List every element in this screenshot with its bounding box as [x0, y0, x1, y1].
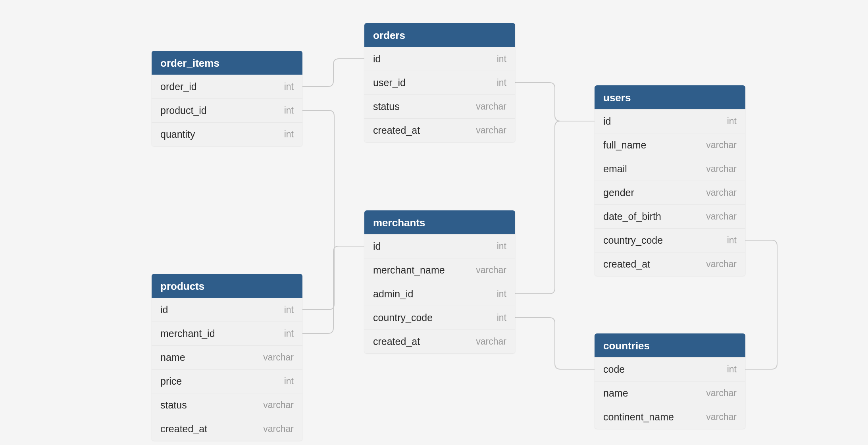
table-row[interactable]: statusvarchar [152, 393, 302, 417]
column-name: price [160, 376, 182, 387]
table-row[interactable]: country_codeint [364, 306, 515, 329]
column-type: varchar [476, 336, 506, 347]
table-row[interactable]: namevarchar [152, 345, 302, 369]
column-name: id [160, 304, 168, 316]
column-type: int [497, 77, 506, 88]
column-name: quantity [160, 129, 195, 140]
table-row[interactable]: full_namevarchar [595, 133, 745, 157]
column-name: id [373, 241, 381, 252]
column-type: varchar [706, 412, 737, 422]
table-row[interactable]: user_idint [364, 71, 515, 94]
column-name: created_at [373, 125, 420, 136]
table-header[interactable]: merchants [364, 210, 515, 234]
column-name: code [603, 364, 625, 375]
table-products[interactable]: productsidintmerchant_idintnamevarcharpr… [152, 274, 302, 441]
column-type: int [497, 241, 506, 252]
column-name: created_at [603, 258, 650, 270]
column-name: date_of_birth [603, 211, 661, 222]
table-row[interactable]: order_idint [152, 75, 302, 98]
column-type: int [284, 376, 294, 387]
column-name: id [603, 116, 611, 127]
table-header[interactable]: products [152, 274, 302, 298]
table-row[interactable]: codeint [595, 357, 745, 381]
column-name: name [160, 352, 185, 363]
table-order_items[interactable]: order_itemsorder_idintproduct_idintquant… [152, 51, 302, 146]
column-name: order_id [160, 81, 197, 92]
column-type: int [284, 105, 294, 116]
table-row[interactable]: date_of_birthvarchar [595, 204, 745, 228]
table-header[interactable]: users [595, 85, 745, 109]
table-row[interactable]: continent_namevarchar [595, 405, 745, 429]
column-type: int [497, 289, 506, 299]
table-row[interactable]: idint [595, 109, 745, 133]
column-name: merchant_id [160, 328, 215, 339]
column-name: merchant_name [373, 264, 445, 276]
column-type: varchar [263, 424, 294, 434]
column-type: varchar [263, 352, 294, 363]
column-type: varchar [706, 259, 737, 270]
column-name: status [373, 101, 400, 112]
table-row[interactable]: product_idint [152, 98, 302, 122]
column-type: int [497, 54, 506, 64]
column-type: int [284, 304, 294, 315]
column-name: email [603, 163, 627, 175]
column-name: status [160, 399, 187, 411]
column-type: varchar [476, 265, 506, 275]
column-name: country_code [603, 235, 663, 246]
table-row[interactable]: namevarchar [595, 381, 745, 405]
table-header[interactable]: order_items [152, 51, 302, 75]
column-type: varchar [706, 164, 737, 174]
table-row[interactable]: created_atvarchar [364, 329, 515, 353]
column-type: varchar [263, 400, 294, 410]
column-type: int [284, 81, 294, 92]
column-name: full_name [603, 139, 646, 151]
column-type: varchar [706, 388, 737, 399]
column-name: product_id [160, 105, 207, 116]
connector [302, 110, 334, 310]
table-row[interactable]: emailvarchar [595, 157, 745, 181]
table-orders[interactable]: ordersidintuser_idintstatusvarcharcreate… [364, 23, 515, 142]
column-type: varchar [476, 101, 506, 112]
table-row[interactable]: created_atvarchar [152, 417, 302, 441]
column-name: admin_id [373, 288, 413, 300]
column-name: created_at [160, 423, 207, 435]
table-header[interactable]: countries [595, 333, 745, 357]
table-row[interactable]: idint [364, 234, 515, 258]
column-type: int [284, 129, 294, 140]
table-row[interactable]: quantityint [152, 122, 302, 146]
table-users[interactable]: usersidintfull_namevarcharemailvarcharge… [595, 85, 745, 276]
connector [302, 59, 364, 87]
column-type: varchar [706, 187, 737, 198]
table-row[interactable]: country_codeint [595, 228, 745, 252]
column-type: int [727, 116, 737, 127]
column-name: created_at [373, 336, 420, 347]
table-row[interactable]: merchant_namevarchar [364, 258, 515, 282]
column-type: int [727, 364, 737, 375]
table-row[interactable]: created_atvarchar [364, 118, 515, 142]
column-name: country_code [373, 312, 433, 324]
column-name: name [603, 387, 628, 399]
connector [515, 121, 595, 294]
table-row[interactable]: merchant_idint [152, 322, 302, 345]
table-row[interactable]: priceint [152, 369, 302, 393]
column-name: id [373, 53, 381, 65]
column-type: int [284, 328, 294, 339]
column-type: int [497, 312, 506, 323]
column-name: continent_name [603, 411, 674, 423]
table-row[interactable]: gendervarchar [595, 181, 745, 204]
table-row[interactable]: statusvarchar [364, 94, 515, 118]
table-row[interactable]: admin_idint [364, 282, 515, 306]
table-countries[interactable]: countriescodeintnamevarcharcontinent_nam… [595, 333, 745, 429]
connector [515, 83, 595, 121]
table-header[interactable]: orders [364, 23, 515, 47]
table-row[interactable]: idint [152, 298, 302, 322]
connector [302, 246, 364, 333]
column-type: varchar [476, 125, 506, 136]
connector [745, 240, 777, 369]
column-type: varchar [706, 211, 737, 222]
erd-canvas[interactable]: order_itemsorder_idintproduct_idintquant… [0, 0, 868, 445]
table-row[interactable]: created_atvarchar [595, 252, 745, 276]
column-type: int [727, 235, 737, 246]
table-row[interactable]: idint [364, 47, 515, 71]
table-merchants[interactable]: merchantsidintmerchant_namevarcharadmin_… [364, 210, 515, 353]
